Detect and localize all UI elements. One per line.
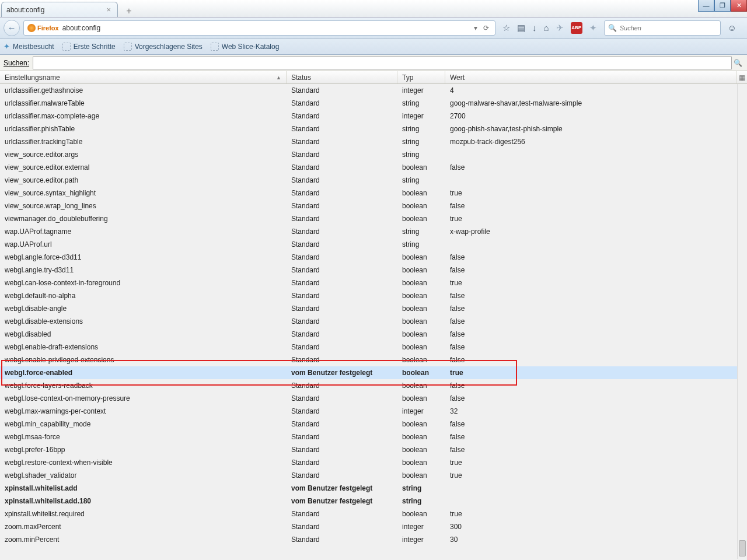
pref-row[interactable]: urlclassifier.phishTableStandardstringgo… [0, 123, 747, 135]
adblock-icon[interactable]: ABP [571, 22, 582, 34]
downloads-icon[interactable]: ↓ [532, 23, 537, 33]
pref-row[interactable]: webgl.disabledStandardbooleanfalse [0, 328, 747, 341]
maximize-button[interactable]: ❐ [714, 0, 731, 12]
cell-name: webgl.disabled [0, 330, 287, 338]
close-tab-icon[interactable]: × [104, 5, 113, 14]
cell-value: false [445, 202, 747, 210]
bookmark-item[interactable]: Web Slice-Katalog [211, 43, 280, 51]
addon-icon[interactable]: ✦ [589, 23, 597, 33]
search-box[interactable]: 🔍 [604, 20, 721, 36]
cell-type: boolean [397, 317, 445, 326]
pref-row[interactable]: webgl.restore-context-when-visibleStanda… [0, 456, 747, 469]
bookmark-item[interactable]: ✦Meistbesucht [4, 42, 54, 51]
pref-row[interactable]: wap.UAProf.urlStandardstring [0, 238, 747, 251]
pref-row[interactable]: zoom.maxPercentStandardinteger300 [0, 520, 747, 533]
pref-row[interactable]: webgl.angle.try-d3d11Standardbooleanfals… [0, 264, 747, 276]
pref-row[interactable]: webgl.enable-privileged-extensionsStanda… [0, 354, 747, 366]
column-picker-icon[interactable]: ▦ [736, 71, 747, 83]
cell-status: Standard [287, 138, 397, 146]
cell-status: Standard [287, 317, 397, 326]
cell-value: true [445, 215, 747, 223]
pref-row[interactable]: webgl.force-enabledvom Benutzer festgele… [0, 366, 747, 379]
back-button[interactable]: ← [4, 20, 20, 36]
cell-status: Standard [287, 420, 397, 428]
column-name[interactable]: Einstellungsname ▲ [0, 71, 287, 83]
pref-row[interactable]: webgl.default-no-alphaStandardbooleanfal… [0, 289, 747, 302]
pref-row[interactable]: webgl.can-lose-context-in-foregroundStan… [0, 276, 747, 289]
pref-row[interactable]: wap.UAProf.tagnameStandardstringx-wap-pr… [0, 225, 747, 238]
bookmark-item[interactable]: Erste Schritte [62, 43, 116, 51]
scrollbar-thumb[interactable] [739, 540, 746, 556]
pref-row[interactable]: webgl.disable-angleStandardbooleanfalse [0, 302, 747, 315]
filter-input[interactable] [33, 57, 732, 69]
pref-row[interactable]: xpinstall.whitelist.addvom Benutzer fest… [0, 482, 747, 495]
pref-row[interactable]: view_source.wrap_long_linesStandardboole… [0, 200, 747, 212]
url-bar[interactable]: Firefox about:config ▾ ⟳ [23, 20, 495, 36]
column-type[interactable]: Typ [397, 71, 445, 83]
browser-tab[interactable]: about:config × [1, 2, 118, 17]
pref-row[interactable]: zoom.minPercentStandardinteger30 [0, 533, 747, 546]
column-value[interactable]: Wert [445, 71, 736, 83]
hello-icon[interactable]: ☺ [728, 23, 736, 33]
send-icon[interactable]: ✈ [556, 23, 564, 33]
close-window-button[interactable]: ✕ [731, 0, 747, 12]
pref-row[interactable]: view_source.editor.pathStandardstring [0, 174, 747, 187]
pref-row[interactable]: webgl.prefer-16bppStandardbooleanfalse [0, 443, 747, 456]
star-icon: ✦ [4, 42, 10, 51]
pref-row[interactable]: xpinstall.whitelist.add.180vom Benutzer … [0, 495, 747, 508]
cell-status: Standard [287, 433, 397, 441]
search-input[interactable] [620, 24, 717, 32]
pref-row[interactable]: webgl.disable-extensionsStandardbooleanf… [0, 315, 747, 328]
cell-type: boolean [397, 510, 445, 518]
filter-search-icon[interactable]: 🔍 [732, 59, 743, 67]
new-tab-button[interactable]: + [121, 5, 137, 17]
cell-type: boolean [397, 253, 445, 261]
cell-status: vom Benutzer festgelegt [287, 497, 397, 505]
bookmark-star-icon[interactable]: ☆ [502, 23, 510, 33]
pref-row[interactable]: view_source.syntax_highlightStandardbool… [0, 187, 747, 200]
cell-name: webgl.shader_validator [0, 471, 287, 480]
cell-type: string [397, 497, 445, 505]
bookmark-label: Vorgeschlagene Sites [135, 43, 203, 51]
nav-toolbar: ← Firefox about:config ▾ ⟳ ☆ ▤ ↓ ⌂ ✈ ABP… [0, 18, 747, 38]
pref-row[interactable]: urlclassifier.max-complete-ageStandardin… [0, 110, 747, 123]
pref-row[interactable]: webgl.force-layers-readbackStandardboole… [0, 379, 747, 392]
pref-row[interactable]: webgl.shader_validatorStandardbooleantru… [0, 469, 747, 482]
reading-list-icon[interactable]: ▤ [517, 23, 525, 33]
pref-row[interactable]: xpinstall.whitelist.requiredStandardbool… [0, 508, 747, 520]
cell-name: view_source.editor.args [0, 150, 287, 159]
cell-status: Standard [287, 112, 397, 120]
pref-row[interactable]: urlclassifier.malwareTableStandardstring… [0, 97, 747, 110]
cell-status: Standard [287, 330, 397, 338]
vertical-scrollbar[interactable] [737, 84, 747, 559]
url-text: about:config [62, 24, 470, 32]
bookmark-item[interactable]: Vorgeschlagene Sites [124, 43, 203, 51]
cell-type: integer [397, 523, 445, 531]
reload-icon[interactable]: ⟳ [481, 24, 491, 32]
cell-name: webgl.prefer-16bpp [0, 446, 287, 454]
pref-row[interactable]: urlclassifier.trackingTableStandardstrin… [0, 135, 747, 148]
cell-name: urlclassifier.malwareTable [0, 99, 287, 107]
pref-row[interactable]: webgl.lose-context-on-memory-pressureSta… [0, 392, 747, 405]
cell-type: string [397, 176, 445, 184]
filter-row: Suchen: 🔍 [0, 55, 747, 71]
pref-row[interactable]: webgl.enable-draft-extensionsStandardboo… [0, 341, 747, 354]
dropdown-icon[interactable]: ▾ [474, 24, 477, 32]
pref-row[interactable]: viewmanager.do_doublebufferingStandardbo… [0, 212, 747, 225]
pref-row[interactable]: webgl.min_capability_modeStandardboolean… [0, 418, 747, 430]
window-titlebar: about:config × + — ❐ ✕ [0, 0, 747, 18]
column-status[interactable]: Status [287, 71, 397, 83]
search-icon: 🔍 [608, 24, 617, 32]
home-icon[interactable]: ⌂ [544, 23, 549, 33]
cell-type: string [397, 240, 445, 249]
minimize-button[interactable]: — [698, 0, 714, 12]
pref-row[interactable]: webgl.angle.force-d3d11Standardbooleanfa… [0, 251, 747, 264]
cell-type: integer [397, 407, 445, 415]
pref-row[interactable]: webgl.msaa-forceStandardbooleanfalse [0, 430, 747, 443]
pref-row[interactable]: webgl.max-warnings-per-contextStandardin… [0, 405, 747, 418]
pref-row[interactable]: view_source.editor.externalStandardboole… [0, 161, 747, 174]
pref-row[interactable]: urlclassifier.gethashnoiseStandardintege… [0, 84, 747, 97]
pref-row[interactable]: view_source.editor.argsStandardstring [0, 148, 747, 161]
cell-value: 2700 [445, 112, 747, 120]
cell-status: Standard [287, 394, 397, 402]
